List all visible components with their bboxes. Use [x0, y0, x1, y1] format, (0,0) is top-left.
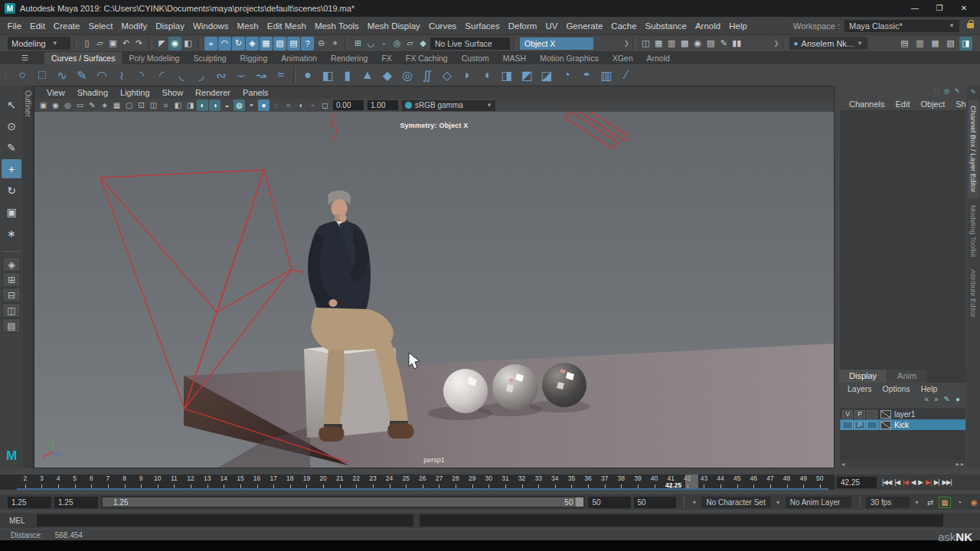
- render-view-icon[interactable]: ◫: [639, 37, 652, 51]
- layer-visibility-toggle[interactable]: [842, 421, 853, 429]
- shelf-tab[interactable]: FX: [374, 52, 398, 64]
- timeline-frame-cell[interactable]: 28: [447, 474, 464, 488]
- paint-effects-icon[interactable]: ✎: [717, 37, 730, 51]
- menu-item[interactable]: UV: [541, 21, 562, 31]
- menu-item[interactable]: Help: [725, 21, 752, 31]
- menu-item[interactable]: Create: [49, 21, 84, 31]
- step-forward-key-button[interactable]: ▶|: [924, 476, 933, 488]
- timeline-frame-cell[interactable]: 46: [746, 474, 763, 488]
- select-misc-mask-icon[interactable]: ?: [301, 37, 314, 51]
- layout-two-pane-button[interactable]: ◫: [2, 303, 21, 318]
- nurbs-cylinder-icon[interactable]: ▮: [338, 65, 358, 85]
- timeline-frame-cell[interactable]: 7: [100, 474, 116, 488]
- layout-persp-outliner-button[interactable]: ⊟: [2, 288, 21, 302]
- shelf-menu-icon[interactable]: ☰: [21, 54, 28, 62]
- timeline-frame-cell[interactable]: 5: [67, 474, 83, 488]
- snap-to-grid-icon[interactable]: ⊞: [351, 37, 364, 51]
- paint-select-tool[interactable]: ✎: [2, 138, 21, 157]
- range-slider-bar[interactable]: 1.25 50: [103, 497, 583, 507]
- go-to-start-button[interactable]: |◀◀: [880, 476, 893, 488]
- layer-name[interactable]: Kick: [894, 421, 909, 429]
- scroll-left-icon[interactable]: ◂: [841, 461, 844, 468]
- menu-item[interactable]: Curves: [424, 21, 460, 31]
- timeline-frame-cell[interactable]: 6: [83, 474, 100, 488]
- last-used-tool[interactable]: ∗: [2, 223, 21, 243]
- menu-item[interactable]: Mesh: [233, 21, 263, 31]
- shelf-tab[interactable]: FX Caching: [399, 52, 455, 64]
- step-forward-frame-button[interactable]: ▶|: [933, 476, 941, 488]
- nurbs-square-icon[interactable]: □: [32, 65, 52, 85]
- layer-name[interactable]: layer1: [894, 410, 915, 419]
- timeline-frame-cell[interactable]: 33: [530, 474, 547, 488]
- channel-box-menu-item[interactable]: Object: [915, 99, 950, 109]
- layer-editor-tab[interactable]: Display: [839, 370, 887, 383]
- viewport-menu-item[interactable]: Shading: [71, 88, 114, 97]
- layout-single-pane-button[interactable]: ◈: [2, 257, 21, 272]
- extend-curve-icon[interactable]: ↝: [251, 65, 271, 85]
- timeline-frame-cell[interactable]: 10: [149, 474, 166, 488]
- snap-to-projected-center-icon[interactable]: ◎: [390, 37, 403, 51]
- time-slider[interactable]: 2 3 4 5 6 7 8 9 10 11 12 13: [0, 474, 835, 490]
- timeline-frame-cell[interactable]: 38: [613, 474, 630, 488]
- snap-to-curve-icon[interactable]: ◡: [364, 37, 377, 51]
- layer-color-swatch[interactable]: [880, 410, 891, 419]
- nurbs-cube-icon[interactable]: ◧: [318, 65, 338, 85]
- timeline-frame-cell[interactable]: 31: [497, 474, 514, 488]
- range-end-handle[interactable]: [576, 497, 583, 507]
- toggle-channel-box-icon[interactable]: ◨: [959, 37, 972, 51]
- layer-playback-toggle[interactable]: P: [854, 410, 865, 419]
- timeline-frame-cell[interactable]: 29: [464, 474, 481, 488]
- nurbs-cone-icon[interactable]: ▲: [358, 65, 377, 85]
- bezier-curve-tool-icon[interactable]: ≀: [112, 65, 132, 85]
- timeline-frame-cell[interactable]: 40: [646, 474, 663, 488]
- command-language-toggle[interactable]: MEL: [9, 517, 31, 525]
- grid-toggle-icon[interactable]: ▦: [111, 99, 122, 111]
- channel-box-empty-area[interactable]: [840, 110, 965, 370]
- booleans-icon[interactable]: ◓: [577, 65, 596, 85]
- timeline-frame-cell[interactable]: 50: [812, 474, 828, 488]
- menu-item[interactable]: Mesh Display: [363, 21, 424, 31]
- manipulator-display-icon[interactable]: ∷: [935, 87, 939, 97]
- move-layer-down-icon[interactable]: »: [934, 395, 939, 406]
- timeline-frame-cell[interactable]: 4: [50, 474, 67, 488]
- cv-curve-tool-icon[interactable]: ∿: [52, 65, 72, 85]
- layer-editor-menu-item[interactable]: Layers: [842, 384, 877, 393]
- shelf-tab[interactable]: Sculpting: [186, 52, 233, 64]
- go-to-end-button[interactable]: ▶▶|: [940, 476, 952, 488]
- anim-layer-selector[interactable]: No Anim Layer: [786, 497, 851, 508]
- animation-start-field[interactable]: 1.25: [8, 497, 51, 508]
- shelf-tab[interactable]: Arnold: [640, 52, 677, 64]
- panel-pin-icon[interactable]: ✎: [970, 88, 976, 96]
- command-result-field[interactable]: [420, 514, 943, 527]
- channel-box-menu-item[interactable]: Edit: [890, 99, 915, 109]
- layer-row-kick[interactable]: P Kick: [840, 419, 965, 430]
- safe-title-icon[interactable]: ◨: [185, 99, 196, 111]
- loft-icon[interactable]: ◗: [457, 65, 477, 85]
- select-deformations-mask-icon[interactable]: ▦: [260, 37, 273, 51]
- chevron-icon[interactable]: ❯: [774, 40, 779, 47]
- timeline-frame-cell[interactable]: 23: [364, 474, 381, 488]
- shelf-tab[interactable]: Rigging: [234, 52, 275, 64]
- menu-item[interactable]: Windows: [188, 21, 233, 31]
- menu-item[interactable]: Cache: [607, 21, 641, 31]
- exposure-icon[interactable]: ◻: [319, 99, 331, 111]
- detach-curves-icon[interactable]: ⌣: [231, 65, 251, 85]
- shelf-tab[interactable]: Motion Graphics: [533, 52, 605, 64]
- menu-item[interactable]: Display: [152, 21, 189, 31]
- timeline-frame-cell[interactable]: 15: [232, 474, 249, 488]
- live-surface-field[interactable]: No Live Surface: [430, 37, 510, 50]
- timeline-frame-cell[interactable]: 32: [514, 474, 531, 488]
- nurbs-plane-icon[interactable]: ◆: [377, 65, 397, 85]
- ipr-render-icon[interactable]: ▥: [665, 37, 678, 51]
- textured-icon[interactable]: ◑: [209, 99, 220, 111]
- render-settings-icon[interactable]: ▩: [678, 37, 691, 51]
- chevron-down-icon[interactable]: ▼: [774, 500, 782, 505]
- render-current-frame-icon[interactable]: ▦: [652, 37, 665, 51]
- layer-editor-tab[interactable]: Anim: [887, 370, 926, 383]
- workspace-lock-icon[interactable]: [967, 23, 974, 28]
- sphere-grey[interactable]: [492, 364, 538, 410]
- select-surfaces-mask-icon[interactable]: ◈: [246, 37, 259, 51]
- isolate-select-icon[interactable]: ◖: [295, 99, 306, 111]
- highlight-selection-icon[interactable]: ⌖: [328, 37, 341, 51]
- planar-icon[interactable]: ◖: [477, 65, 497, 85]
